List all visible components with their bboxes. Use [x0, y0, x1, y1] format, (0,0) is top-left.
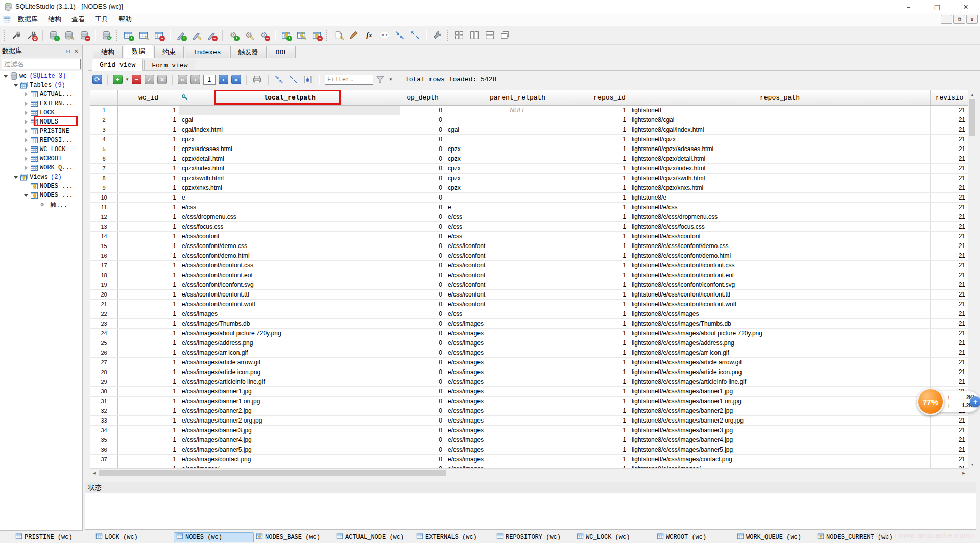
mdi-tile-windows-icon[interactable] — [452, 29, 466, 42]
cell-wc_id[interactable]: 1 — [118, 241, 179, 251]
cell-repos_id[interactable]: 1 — [590, 455, 629, 464]
cell-wc_id[interactable]: 1 — [118, 377, 179, 386]
tab-约束[interactable]: 约束 — [154, 46, 184, 58]
cell-revision[interactable]: 21 — [931, 212, 968, 221]
memory-percent-badge[interactable]: 77% — [917, 388, 944, 415]
subtab-grid-view[interactable]: Grid view — [92, 59, 143, 71]
cell-parent_relpath[interactable]: e/css/images — [445, 416, 590, 425]
open-sql-editor-icon[interactable]: ✎ — [332, 29, 345, 42]
cell-repos_id[interactable]: 1 — [590, 115, 629, 125]
prev-page-icon[interactable]: ‹ — [190, 75, 200, 84]
cell-repos_id[interactable]: 1 — [590, 154, 629, 163]
cell-op_depth[interactable]: 0 — [400, 309, 445, 318]
chevron-down-icon[interactable] — [2, 72, 9, 80]
cell-repos_id[interactable]: 1 — [590, 367, 629, 377]
menu-item-1[interactable]: 数据库 — [13, 14, 43, 25]
taskbar-item-externals-wc[interactable]: EXTERNALS (wc) — [414, 532, 494, 542]
cell-repos_path[interactable]: lightstone8/cpzx/detail.html — [629, 154, 931, 163]
cell-local_relpath[interactable]: e/css/images — [179, 309, 400, 318]
cell-local_relpath[interactable]: e/css/images/arr icon.gif — [179, 348, 400, 357]
cell-op_depth[interactable]: 0 — [400, 203, 445, 212]
taskbar-item-work-queue-wc[interactable]: WORK_QUEUE (wc) — [735, 532, 815, 542]
cell-repos_id[interactable]: 1 — [590, 435, 629, 445]
cell-repos_path[interactable]: lightstone8/e/css/images/address.png — [629, 338, 931, 348]
cell-op_depth[interactable]: 0 — [400, 290, 445, 299]
cell-op_depth[interactable]: 0 — [400, 193, 445, 202]
taskbar-item-lock-wc[interactable]: LOCK (wc) — [93, 532, 174, 542]
cell-parent_relpath[interactable]: e/css/images — [445, 387, 590, 396]
cell-op_depth[interactable]: 0 — [400, 338, 445, 348]
cell-revision[interactable]: 21 — [931, 329, 968, 338]
cell-repos_id[interactable]: 1 — [590, 290, 629, 299]
cell-local_relpath[interactable]: e/css — [179, 203, 400, 212]
cell-repos_path[interactable]: lightstone8/cpzx/xnxs.html — [629, 183, 931, 192]
cell-rownum[interactable]: 10 — [90, 193, 118, 202]
cell-parent_relpath[interactable]: cpzx — [445, 174, 590, 183]
cell-op_depth[interactable]: 0 — [400, 397, 445, 406]
connect-database-icon[interactable] — [10, 29, 23, 42]
cell-rownum[interactable]: 5 — [90, 144, 118, 154]
cell-op_depth[interactable]: 0 — [400, 377, 445, 386]
cell-rownum[interactable]: 15 — [90, 241, 118, 251]
cell-repos_path[interactable]: lightstone8/e/css/images/article arrow.g… — [629, 358, 931, 367]
cell-repos_path[interactable]: lightstone8/e/css/iconfont — [629, 232, 931, 241]
cell-op_depth[interactable]: 0 — [400, 358, 445, 367]
cell-repos_id[interactable]: 1 — [590, 222, 629, 231]
tab-触发器[interactable]: 触发器 — [230, 46, 267, 58]
tree-filter-input[interactable] — [2, 59, 81, 69]
cell-parent_relpath[interactable]: e/css/iconfont — [445, 280, 590, 289]
add-table-icon[interactable]: + — [122, 29, 135, 42]
cell-rownum[interactable]: 35 — [90, 435, 118, 445]
cell-rownum[interactable]: 3 — [90, 125, 118, 134]
cell-rownum[interactable]: 17 — [90, 261, 118, 270]
cell-repos_path[interactable]: lightstone8/e/css/images/banner1 ori.jpg — [629, 397, 931, 406]
cell-repos_id[interactable]: 1 — [590, 329, 629, 338]
cell-local_relpath[interactable]: e/css/images/banner2.jpg — [179, 406, 400, 415]
cell-repos_id[interactable]: 1 — [590, 377, 629, 386]
cell-parent_relpath[interactable]: e/css/images — [445, 348, 590, 357]
cell-repos_id[interactable]: 1 — [590, 212, 629, 221]
tree-item-extern[interactable]: EXTERN... — [0, 99, 82, 108]
cell-wc_id[interactable]: 1 — [118, 174, 179, 183]
cell-parent_relpath[interactable]: e — [445, 203, 590, 212]
cell-parent_relpath[interactable]: e/css/images — [445, 426, 590, 435]
cell-parent_relpath[interactable]: cpzx — [445, 164, 590, 173]
cell-local_relpath[interactable]: e/css/focus.css — [179, 222, 400, 231]
mdi-close-button[interactable]: x — [966, 15, 978, 24]
taskbar-item-pristine-wc[interactable]: PRISTINE (wc) — [13, 532, 93, 542]
add-view-icon[interactable]: + — [279, 29, 293, 42]
cell-rownum[interactable]: 29 — [90, 377, 118, 386]
cell-op_depth[interactable]: 0 — [400, 261, 445, 270]
cell-op_depth[interactable]: 0 — [400, 319, 445, 328]
shrink-columns-icon[interactable] — [274, 74, 285, 85]
tree-item-wcroot[interactable]: WCROOT — [0, 154, 82, 163]
cell-wc_id[interactable]: 1 — [118, 329, 179, 338]
cell-parent_relpath[interactable]: e/css/iconfont — [445, 290, 590, 299]
refresh-table-data-icon[interactable]: ⟳ — [92, 75, 102, 84]
cell-repos_id[interactable]: 1 — [590, 251, 629, 260]
taskbar-item-wcroot-wc[interactable]: WCROOT (wc) — [655, 532, 735, 542]
cell-parent_relpath[interactable]: e/css/iconfont — [445, 251, 590, 260]
cell-revision[interactable]: 21 — [931, 154, 968, 163]
cell-local_relpath[interactable]: cpzx/xnxs.html — [179, 183, 400, 192]
chevron-down-icon[interactable] — [12, 82, 19, 89]
cell-wc_id[interactable]: 1 — [118, 232, 179, 241]
cell-rownum[interactable]: 37 — [90, 455, 118, 464]
cell-local_relpath[interactable]: e/css/images/banner4.jpg — [179, 435, 400, 445]
add-index-icon[interactable]: + — [174, 29, 187, 42]
edit-index-icon[interactable]: ✎ — [189, 29, 203, 42]
tree-item-reposi[interactable]: REPOSI... — [0, 136, 82, 145]
cell-local_relpath[interactable]: e/css/images/… — [179, 464, 400, 468]
cell-wc_id[interactable]: 1 — [118, 338, 179, 348]
cell-op_depth[interactable]: 0 — [400, 164, 445, 173]
last-page-icon[interactable]: » — [231, 75, 241, 84]
cell-wc_id[interactable]: 1 — [118, 251, 179, 260]
cell-rownum[interactable]: 16 — [90, 251, 118, 260]
cell-wc_id[interactable]: 1 — [118, 154, 179, 163]
remove-view-icon[interactable]: − — [310, 29, 323, 42]
open-collations-editor-icon[interactable]: a·z — [378, 29, 391, 42]
cell-op_depth[interactable]: 0 — [400, 406, 445, 415]
cell-revision[interactable]: 21 — [931, 144, 968, 154]
cell-repos_id[interactable]: 1 — [590, 280, 629, 289]
cell-op_depth[interactable]: 0 — [400, 464, 445, 468]
